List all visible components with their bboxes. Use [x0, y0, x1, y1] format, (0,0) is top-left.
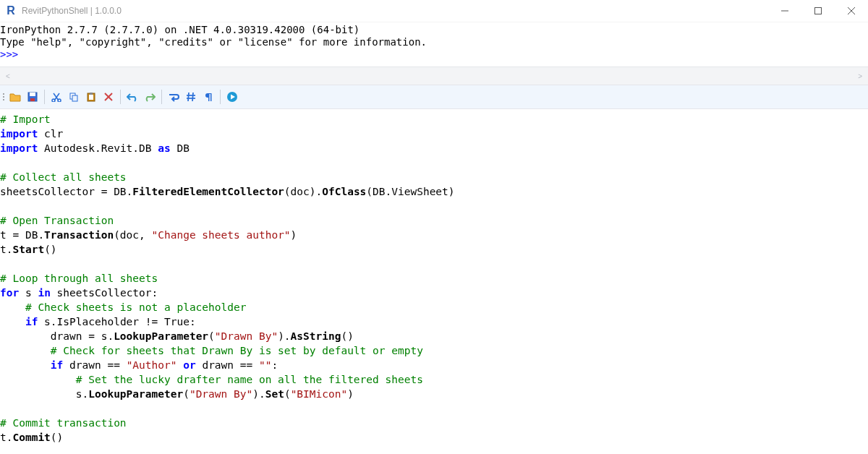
nav-strip: < >	[0, 67, 868, 85]
title-bar: R RevitPythonShell | 1.0.0.0	[0, 0, 868, 22]
undo-icon[interactable]	[124, 89, 140, 105]
svg-rect-12	[72, 95, 77, 101]
svg-point-10	[58, 99, 61, 102]
run-icon[interactable]	[224, 89, 240, 105]
delete-icon[interactable]	[101, 89, 116, 105]
minimize-button[interactable]	[768, 0, 801, 22]
toolbar	[0, 85, 868, 109]
hash-icon[interactable]	[183, 89, 199, 105]
maximize-button[interactable]	[801, 0, 835, 22]
svg-line-19	[192, 93, 193, 101]
svg-rect-1	[815, 8, 822, 14]
nav-left-icon[interactable]: <	[6, 72, 10, 80]
app-logo: R	[4, 4, 17, 17]
wrap-icon[interactable]	[166, 89, 182, 105]
window-title: RevitPythonShell | 1.0.0.0	[22, 6, 122, 16]
code-editor[interactable]: # Import import clr import Autodesk.Revi…	[0, 109, 868, 445]
toolbar-grip-icon	[3, 93, 4, 100]
nav-right-icon[interactable]: >	[858, 72, 862, 80]
svg-rect-15	[90, 93, 93, 95]
svg-point-9	[52, 99, 55, 102]
open-icon[interactable]	[7, 89, 23, 105]
save-icon[interactable]	[25, 89, 41, 105]
close-button[interactable]	[835, 0, 868, 22]
redo-icon[interactable]	[142, 89, 158, 105]
console-output[interactable]: IronPython 2.7.7 (2.7.7.0) on .NET 4.0.3…	[0, 22, 868, 67]
svg-rect-14	[89, 95, 93, 100]
svg-rect-5	[30, 93, 35, 96]
copy-icon[interactable]	[66, 89, 82, 105]
cut-icon[interactable]	[48, 89, 64, 105]
svg-line-18	[188, 93, 189, 101]
svg-rect-6	[30, 98, 35, 101]
pilcrow-icon[interactable]	[200, 89, 216, 105]
paste-icon[interactable]	[83, 89, 99, 105]
